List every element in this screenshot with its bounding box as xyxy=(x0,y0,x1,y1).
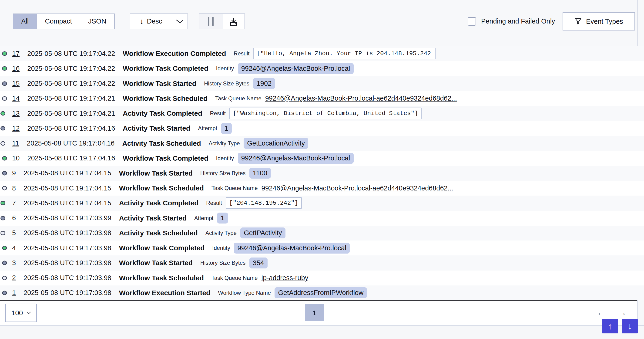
event-name: Activity Task Completed xyxy=(119,199,198,207)
event-row: 7 2025-05-08 UTC 19:17:04.15 Activity Ta… xyxy=(0,196,644,210)
event-attr-label: Identity xyxy=(212,245,230,251)
event-status-dot xyxy=(2,186,7,190)
event-timestamp: 2025-05-08 UTC 19:17:04.22 xyxy=(27,50,115,58)
event-id-link[interactable]: 15 xyxy=(12,80,20,87)
sort-desc-button[interactable]: ↓ Desc xyxy=(130,14,172,29)
tab-compact[interactable]: Compact xyxy=(36,14,80,29)
event-name: Workflow Task Scheduled xyxy=(119,274,204,282)
event-row: 5 2025-05-08 UTC 19:17:03.98 Activity Ta… xyxy=(0,226,644,240)
event-attribute: Activity Type GetLocationActivity xyxy=(209,138,308,149)
event-id-link[interactable]: 5 xyxy=(12,229,16,237)
event-id-link[interactable]: 13 xyxy=(12,110,20,117)
event-row: 15 2025-05-08 UTC 19:17:04.22 Workflow T… xyxy=(0,76,644,91)
pending-failed-checkbox[interactable] xyxy=(468,17,476,26)
event-timestamp: 2025-05-08 UTC 19:17:04.16 xyxy=(27,125,115,132)
event-row: 8 2025-05-08 UTC 19:17:04.15 Workflow Ta… xyxy=(0,181,644,196)
event-name: Workflow Task Scheduled xyxy=(123,95,208,102)
event-row: 13 2025-05-08 UTC 19:17:04.21 Activity T… xyxy=(0,106,644,121)
event-row: 12 2025-05-08 UTC 19:17:04.16 Activity T… xyxy=(0,121,644,136)
sort-label: Desc xyxy=(147,18,162,25)
tab-all[interactable]: All xyxy=(13,14,36,29)
event-id-link[interactable]: 11 xyxy=(12,139,19,147)
event-attr-label: Identity xyxy=(216,65,234,72)
event-attribute: Identity 99246@Angelas-MacBook-Pro.local xyxy=(216,63,354,74)
event-row: 6 2025-05-08 UTC 19:17:03.99 Activity Ta… xyxy=(0,211,644,226)
sort-dropdown-button[interactable] xyxy=(172,14,188,29)
event-attr-label: Workflow Type Name xyxy=(218,290,271,296)
next-page-button[interactable]: → xyxy=(617,307,627,317)
event-id-link[interactable]: 10 xyxy=(12,154,20,162)
event-timestamp: 2025-05-08 UTC 19:17:03.98 xyxy=(24,289,111,297)
event-id-link[interactable]: 3 xyxy=(12,259,16,267)
event-id-link[interactable]: 14 xyxy=(12,95,20,102)
event-status-dot xyxy=(2,52,7,56)
event-id-link[interactable]: 16 xyxy=(12,65,20,72)
event-status-dot xyxy=(2,81,7,86)
event-id-link[interactable]: 8 xyxy=(12,184,16,192)
event-id-link[interactable]: 2 xyxy=(12,274,16,282)
event-attr-value: 1902 xyxy=(253,78,275,89)
event-status-dot xyxy=(2,276,7,280)
sort-order-control: ↓ Desc xyxy=(130,14,188,29)
event-name: Workflow Task Scheduled xyxy=(119,184,204,192)
pending-failed-label: Pending and Failed Only xyxy=(481,18,555,25)
page-number-button[interactable]: 1 xyxy=(305,304,324,321)
event-row: 17 2025-05-08 UTC 19:17:04.22 Workflow E… xyxy=(0,46,644,61)
event-timestamp: 2025-05-08 UTC 19:17:04.22 xyxy=(27,65,115,72)
event-attr-label: Task Queue Name xyxy=(212,275,258,281)
event-attr-label: Result xyxy=(234,50,250,57)
scroll-to-top-button[interactable]: ↑ xyxy=(602,319,618,333)
event-status-dot xyxy=(0,201,5,205)
event-id-link[interactable]: 9 xyxy=(12,169,16,177)
view-mode-segmented-control: All Compact JSON xyxy=(13,14,115,29)
event-name: Workflow Execution Started xyxy=(119,289,210,297)
event-row: 14 2025-05-08 UTC 19:17:04.21 Workflow T… xyxy=(0,91,644,106)
event-timestamp: 2025-05-08 UTC 19:17:03.98 xyxy=(24,244,111,252)
event-id-link[interactable]: 6 xyxy=(12,214,16,222)
event-types-button[interactable]: Event Types xyxy=(562,12,635,31)
pause-download-control xyxy=(199,14,245,29)
event-attr-label: Activity Type xyxy=(206,230,236,236)
event-name: Workflow Task Started xyxy=(119,169,192,177)
chevron-down-icon xyxy=(27,311,31,314)
event-row: 16 2025-05-08 UTC 19:17:04.22 Workflow T… xyxy=(0,61,644,76)
event-id-link[interactable]: 17 xyxy=(12,50,20,58)
event-attr-label: History Size Bytes xyxy=(204,80,250,87)
event-id-link[interactable]: 7 xyxy=(12,199,16,207)
page-size-select[interactable]: 100 xyxy=(5,304,37,322)
event-attribute: Task Queue Name ip-address-ruby xyxy=(212,274,308,282)
event-attribute: Result ["204.148.195.242"] xyxy=(206,197,302,209)
event-attr-value: ["Hello, Angela Zhou. Your IP is 204.148… xyxy=(253,48,436,59)
scroll-to-bottom-button[interactable]: ↓ xyxy=(622,319,638,333)
up-arrow-icon: ↑ xyxy=(608,321,612,331)
event-id-link[interactable]: 12 xyxy=(12,125,20,132)
event-status-dot xyxy=(2,261,7,265)
previous-page-button[interactable]: ← xyxy=(596,307,606,317)
right-arrow-icon: → xyxy=(617,306,627,318)
event-attr-value-link[interactable]: 99246@Angelas-MacBook-Pro.local-ae62d440… xyxy=(262,184,453,192)
event-id-link[interactable]: 1 xyxy=(12,289,16,297)
event-name: Workflow Task Completed xyxy=(123,154,208,162)
chevron-down-icon xyxy=(176,19,184,24)
event-id-link[interactable]: 4 xyxy=(12,244,16,252)
event-attribute: History Size Bytes 1902 xyxy=(204,78,275,89)
download-button[interactable] xyxy=(222,14,244,29)
footer-strip xyxy=(0,326,644,339)
event-row: 3 2025-05-08 UTC 19:17:03.98 Workflow Ta… xyxy=(0,255,644,270)
event-name: Workflow Task Completed xyxy=(123,65,208,72)
pause-button[interactable] xyxy=(200,14,222,29)
event-timestamp: 2025-05-08 UTC 19:17:04.15 xyxy=(24,169,111,177)
event-attribute: History Size Bytes 1100 xyxy=(200,168,271,179)
event-attr-value: GetAddressFromIPWorkflow xyxy=(274,287,367,298)
event-history-table: 17 2025-05-08 UTC 19:17:04.22 Workflow E… xyxy=(0,46,644,300)
event-status-dot xyxy=(2,171,7,175)
event-attr-value-link[interactable]: 99246@Angelas-MacBook-Pro.local-ae62d440… xyxy=(265,95,457,102)
tab-json[interactable]: JSON xyxy=(80,14,114,29)
event-status-dot xyxy=(2,96,7,101)
event-attr-value-link[interactable]: ip-address-ruby xyxy=(262,274,308,282)
page-size-value: 100 xyxy=(11,309,23,317)
event-attr-label: Attempt xyxy=(198,125,217,132)
event-attr-value: 1 xyxy=(217,213,228,223)
event-attr-value: 1 xyxy=(221,123,232,134)
event-name: Activity Task Scheduled xyxy=(122,139,201,147)
